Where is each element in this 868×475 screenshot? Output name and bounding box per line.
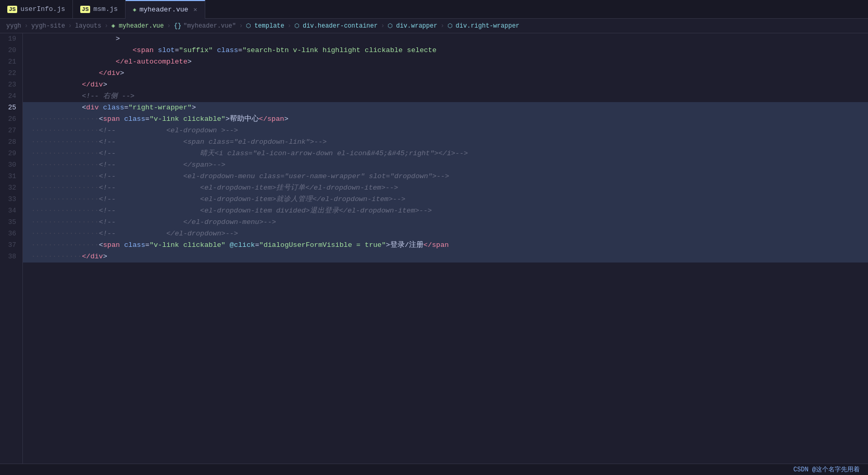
status-bar: CSDN @这个名字先用着 [0,464,868,475]
line-30: 30 [4,159,16,171]
code-line-27: ················<!-- <el-dropdown >--> [23,125,868,136]
code-line-36: ················<!-- </el-dropdown>--> [23,228,868,240]
line-26: 26 [4,114,16,125]
line-38: 38 [4,251,16,262]
tab-myheader-label: myheader.vue [140,6,189,14]
line-37: 37 [4,240,16,251]
close-icon[interactable]: ✕ [193,6,197,14]
bc-div-right-wrapper: div.right-wrapper [456,22,519,30]
csdn-watermark: CSDN @这个名字先用着 [793,465,860,474]
code-line-19: > [23,33,868,45]
tab-myheader[interactable]: ◈ myheader.vue ✕ [126,0,205,19]
js-icon: JS [7,6,17,13]
line-29: 29 [4,148,16,159]
line-21: 21 [4,56,16,68]
code-line-30: ················<!-- </span>--> [23,159,868,171]
code-line-28: ················<!-- <span class="el-dro… [23,136,868,148]
code-line-21: </el-autocomplete> [23,56,868,68]
line-22: 22 [4,68,16,79]
code-line-35: ················<!-- </el-dropdown-menu>… [23,217,868,228]
code-line-29: ················<!-- 晴天<i class="el-icon… [23,148,868,159]
bc-yygh-site: yygh-site [31,22,65,30]
js-icon-2: JS [80,6,90,13]
line-20: 20 [4,45,16,56]
bc-curly: {} [174,22,181,30]
bc-myheader-vue-file: ◈ myheader.vue [111,22,164,30]
code-line-32: ················<!-- <el-dropdown-item>挂… [23,182,868,194]
line-36: 36 [4,228,16,240]
line-28: 28 [4,136,16,148]
code-area[interactable]: > <span slot="suffix" class="search-btn … [23,33,868,475]
line-24: 24 [4,91,16,102]
line-numbers: 19 20 21 22 23 24 25 26 27 28 29 30 31 3… [0,33,23,475]
line-32: 32 [4,182,16,194]
bc-layouts: layouts [75,22,101,30]
line-34: 34 [4,205,16,217]
code-line-26: ················<span class="v-link clic… [23,114,868,125]
line-35: 35 [4,217,16,228]
tab-bar: JS userInfo.js JS msm.js ◈ myheader.vue … [0,0,868,19]
vue-icon: ◈ [133,6,137,13]
code-line-34: ················<!-- <el-dropdown-item d… [23,205,868,217]
line-27: 27 [4,125,16,136]
line-23: 23 [4,79,16,91]
line-33: 33 [4,194,16,205]
bc-div-wrapper: div.wrapper [396,22,437,30]
code-line-31: ················<!-- <el-dropdown-menu c… [23,171,868,182]
code-line-38: ············</div> [23,251,868,262]
code-line-25: <div class="right-wrapper"> [23,102,868,114]
line-19: 19 [4,33,16,45]
editor: 19 20 21 22 23 24 25 26 27 28 29 30 31 3… [0,33,868,475]
line-31: 31 [4,171,16,182]
tab-userinfo-label: userInfo.js [20,5,65,13]
bc-yygh: yygh [6,22,21,30]
code-line-22: </div> [23,68,868,79]
bc-div-header-container: div.header-container [303,22,378,30]
tab-userinfo[interactable]: JS userInfo.js [0,0,73,19]
code-line-24: <!-- 右侧 --> [23,91,868,102]
code-line-37: ················<span class="v-link clic… [23,240,868,251]
line-25: 25 [4,102,16,114]
code-line-23: </div> [23,79,868,91]
code-line-20: <span slot="suffix" class="search-btn v-… [23,45,868,56]
code-line-33: ················<!-- <el-dropdown-item>就… [23,194,868,205]
breadcrumb: yygh › yygh-site › layouts › ◈ myheader.… [0,19,868,33]
bc-template: template [254,22,284,30]
tab-msm[interactable]: JS msm.js [73,0,126,19]
bc-filename-str: "myheader.vue" [183,22,236,30]
tab-msm-label: msm.js [93,5,118,13]
